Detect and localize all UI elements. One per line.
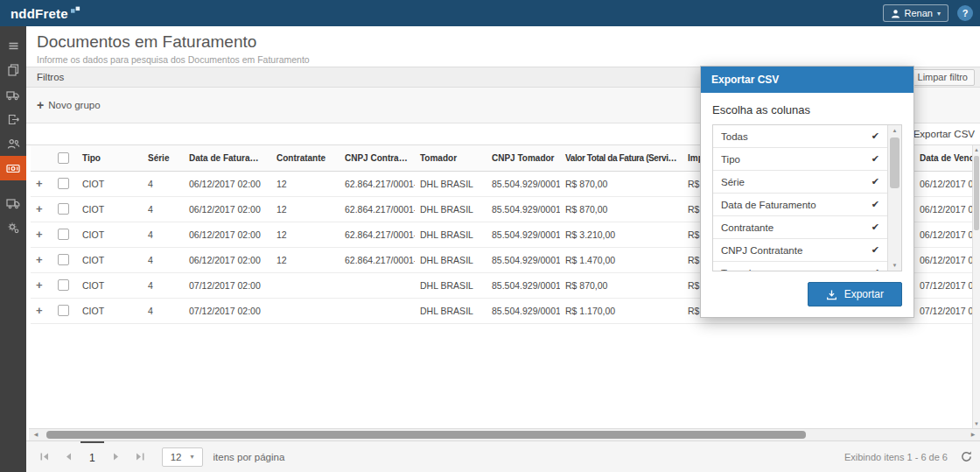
select-all-checkbox[interactable]: [58, 152, 69, 164]
table-cell: 4: [143, 298, 184, 323]
table-cell: 4: [143, 272, 184, 298]
checkbox-cell: [52, 272, 77, 298]
sidebar-item-settings[interactable]: [0, 215, 26, 240]
users-icon: [7, 137, 20, 151]
modal-header[interactable]: Exportar CSV: [701, 67, 914, 93]
column-header-tipo[interactable]: Tipo: [77, 145, 143, 171]
sidebar-item-export[interactable]: [0, 107, 26, 131]
table-cell: 12: [271, 222, 340, 247]
column-header-cnpj-tomador[interactable]: CNPJ Tomador: [486, 145, 560, 171]
sidebar-item-documents[interactable]: [0, 58, 26, 82]
row-checkbox[interactable]: [58, 229, 69, 240]
chevron-down-icon: ▾: [190, 453, 193, 461]
column-header-contratante[interactable]: Contratante: [271, 145, 340, 171]
scroll-down-icon[interactable]: ▼: [973, 421, 980, 426]
table-cell: 06/12/2017 02:00: [914, 222, 980, 247]
help-button[interactable]: ?: [957, 5, 973, 21]
column-option-label: Todas: [721, 131, 748, 142]
column-option[interactable]: Série✔: [713, 171, 887, 194]
list-scrollbar-thumb[interactable]: [890, 137, 900, 188]
pager-status: Exibindo itens 1 - 6 de 6: [844, 452, 948, 462]
column-header-tomador[interactable]: Tomador: [415, 145, 486, 171]
scroll-up-icon[interactable]: ▲: [973, 147, 980, 152]
column-option[interactable]: Tipo✔: [713, 148, 887, 171]
row-checkbox[interactable]: [58, 178, 69, 189]
refresh-button[interactable]: [960, 450, 973, 463]
table-cell: 85.504.929/0001-00: [486, 298, 560, 323]
sidebar-item-billing-active[interactable]: [0, 156, 26, 180]
table-cell: CIOT: [77, 171, 143, 196]
table-cell: 06/12/2017 02:00: [184, 196, 271, 222]
column-header-data-de-faturamento[interactable]: Data de Faturamento: [184, 145, 271, 171]
column-header-valor-total-da-fatura-servi-os[interactable]: Valor Total da Fatura (Serviços): [560, 145, 682, 171]
table-cell: 12: [271, 196, 340, 222]
table-cell: [271, 298, 340, 323]
vertical-scrollbar[interactable]: ▲ ▼: [972, 145, 980, 428]
sidebar-item-users[interactable]: [0, 131, 26, 156]
check-icon: ✔: [872, 199, 879, 210]
column-option[interactable]: Data de Faturamento✔: [713, 194, 887, 216]
table-cell: CIOT: [77, 247, 143, 272]
expand-cell: +: [31, 222, 52, 247]
column-option[interactable]: Todas✔: [713, 125, 887, 148]
page-number-current[interactable]: 1: [80, 441, 104, 472]
column-header-s-rie[interactable]: Série: [143, 145, 184, 171]
column-option[interactable]: Tomador✔: [713, 262, 887, 271]
table-cell: 12: [271, 171, 340, 196]
scroll-left-icon[interactable]: ◀: [31, 429, 41, 440]
expand-row-button[interactable]: +: [36, 202, 43, 215]
select-all-header: [52, 145, 77, 171]
table-cell: R$ 870,00: [560, 272, 682, 298]
checkbox-cell: [52, 196, 77, 222]
column-option[interactable]: CNPJ Contratante✔: [713, 239, 887, 262]
sidebar-item-menu[interactable]: [0, 33, 26, 58]
next-page-button[interactable]: [106, 441, 127, 472]
table-cell: 06/12/2017 02:00: [914, 171, 980, 196]
sidebar-item-fleet[interactable]: [0, 191, 26, 215]
column-option[interactable]: Contratante✔: [713, 216, 887, 239]
row-checkbox[interactable]: [58, 279, 69, 291]
pagination-bar: 1 12 ▾ itens por página Exibindo itens 1…: [26, 440, 980, 472]
scroll-up-icon[interactable]: ▲: [888, 128, 901, 133]
table-cell: 06/12/2017 02:00: [184, 222, 271, 247]
checkbox-cell: [52, 222, 77, 247]
vertical-scrollbar-thumb[interactable]: [974, 156, 979, 230]
expand-row-button[interactable]: +: [36, 304, 43, 317]
check-icon: ✔: [872, 130, 879, 142]
expand-row-button[interactable]: +: [36, 278, 43, 292]
expand-row-button[interactable]: +: [36, 177, 43, 190]
sidebar-item-transport[interactable]: [0, 82, 26, 107]
expand-row-button[interactable]: +: [36, 228, 43, 241]
row-checkbox[interactable]: [58, 254, 69, 265]
user-menu-button[interactable]: Renan ▾: [883, 4, 948, 22]
scroll-right-icon[interactable]: ▶: [968, 429, 978, 440]
export-button[interactable]: Exportar: [808, 282, 902, 306]
column-header-data-de-vencimento[interactable]: Data de Vencimento: [914, 145, 980, 171]
row-checkbox[interactable]: [58, 203, 69, 215]
horizontal-scrollbar[interactable]: ◀ ▶: [29, 428, 980, 440]
last-page-button[interactable]: [129, 441, 151, 472]
horizontal-scrollbar-thumb[interactable]: [46, 431, 806, 439]
billing-icon: [6, 162, 20, 175]
first-page-button[interactable]: [33, 441, 56, 472]
expand-row-button[interactable]: +: [36, 253, 43, 266]
scroll-down-icon[interactable]: ▼: [888, 263, 901, 268]
table-cell: CIOT: [77, 272, 143, 298]
row-checkbox[interactable]: [58, 305, 69, 316]
column-header-cnpj-contratante[interactable]: CNPJ Contratante: [340, 145, 415, 171]
list-scrollbar[interactable]: ▲ ▼: [887, 125, 901, 271]
first-page-icon: [40, 453, 49, 461]
items-per-page-label: itens por página: [214, 452, 285, 462]
page-size-select[interactable]: 12 ▾: [162, 447, 203, 467]
table-cell: DHL BRASIL: [415, 171, 486, 196]
new-group-button[interactable]: + Novo grupo: [37, 99, 101, 111]
table-cell: 85.504.929/0001-00: [486, 196, 560, 222]
truck-icon: [6, 88, 20, 102]
table-cell: CIOT: [77, 298, 143, 323]
prev-page-button[interactable]: [58, 441, 79, 472]
horizontal-scrollbar-track[interactable]: [41, 429, 968, 440]
table-cell: DHL BRASIL: [415, 222, 486, 247]
table-cell: 07/12/2017 02:00: [914, 298, 980, 323]
last-page-icon: [136, 453, 144, 461]
table-cell: [340, 298, 415, 323]
